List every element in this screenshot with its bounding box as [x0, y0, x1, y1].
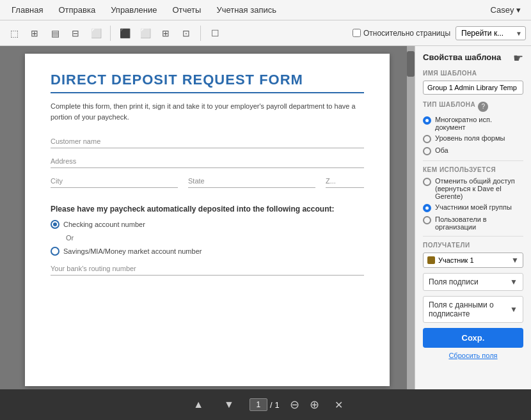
close-button[interactable]: ✕	[335, 399, 343, 411]
used-by-radio-1	[423, 204, 431, 212]
reset-link[interactable]: Сбросить поля	[423, 352, 523, 359]
user-menu[interactable]: Casey ▾	[491, 5, 526, 15]
signature-fields-section: Поля подписи ▼	[423, 273, 523, 291]
radio-savings[interactable]: Savings/MIA/Money market account number	[51, 247, 364, 256]
recipient-dropdown[interactable]: Участник 1 ▼	[423, 253, 523, 268]
template-type-radio-1	[423, 135, 431, 143]
radio-checking[interactable]: Checking account number	[51, 220, 364, 229]
panel-footer: Сохр. Сбросить поля	[423, 328, 523, 359]
doc-title: DIRECT DEPOSIT REQUEST FORM	[51, 72, 364, 88]
template-type-opt-1[interactable]: Уровень поля формы	[423, 134, 523, 143]
template-name-label: ИМЯ ШАБЛОНА	[423, 70, 523, 77]
menu-bar: Главная Отправка Управление Отчеты Учетн…	[0, 0, 531, 20]
recipient-name: Участник 1	[438, 256, 511, 264]
signer-fields-label: Поля с данными о подписанте	[429, 300, 510, 318]
page-input[interactable]	[250, 398, 267, 411]
doc-description: Complete this form, then print it, sign …	[51, 101, 364, 122]
menu-manage[interactable]: Управление	[104, 3, 163, 17]
page-separator: /	[270, 400, 273, 410]
doc-scrollbar[interactable]	[407, 46, 415, 389]
signature-fields-label: Поля подписи	[429, 277, 479, 286]
tool-icon-7[interactable]: ⬜	[136, 24, 154, 42]
page-indicator: / 1	[250, 398, 280, 411]
state-field[interactable]: State	[188, 175, 315, 188]
used-by-opt-2[interactable]: Пользователи в организации	[423, 215, 523, 231]
template-type-group: Многократно исп. документ Уровень поля ф…	[423, 116, 523, 155]
template-type-opt-2-label: Оба	[435, 146, 448, 154]
recipient-chevron-icon: ▼	[511, 256, 519, 265]
tool-icon-5[interactable]: ⬜	[87, 24, 105, 42]
panel-divider-2	[423, 236, 523, 237]
used-by-label: КЕМ ИСПОЛЬЗУЕТСЯ	[423, 166, 523, 173]
panel-divider-1	[423, 160, 523, 161]
doc-or: Or	[66, 234, 364, 242]
used-by-opt-0-label: Отменить общий доступ (вернуться к Dave …	[435, 177, 523, 200]
toolbar-sep-2	[200, 26, 201, 41]
document-page: DIRECT DEPOSIT REQUEST FORM Complete thi…	[25, 54, 390, 386]
template-type-label: ТИП ШАБЛОНА	[423, 101, 475, 108]
template-name-input[interactable]	[423, 81, 523, 95]
menu-items: Главная Отправка Управление Отчеты Учетн…	[5, 3, 283, 17]
radio-checking-circle	[51, 220, 59, 229]
template-type-radio-2	[423, 147, 431, 155]
recipient-color-swatch	[427, 256, 435, 264]
tool-icon-10[interactable]: ☐	[206, 24, 224, 42]
page-total: 1	[275, 400, 280, 410]
cursor-icon: ☛	[513, 51, 523, 65]
tool-icon-6[interactable]: ⬛	[116, 24, 134, 42]
zoom-in-button[interactable]: ⊕	[310, 398, 319, 412]
relative-label: Относительно страницы	[363, 29, 450, 38]
address-field[interactable]: Address	[51, 155, 364, 168]
template-type-help-icon[interactable]: ?	[478, 102, 488, 112]
navigate-select[interactable]: Перейти к...	[456, 26, 526, 40]
menu-home[interactable]: Главная	[5, 3, 49, 17]
toolbar-sep-1	[110, 26, 111, 41]
toolbar-right: Относительно страницы Перейти к... ▼	[353, 26, 526, 40]
used-by-radio-2	[423, 216, 431, 224]
save-button[interactable]: Сохр.	[423, 328, 523, 348]
city-state-row: City State Z...	[51, 175, 364, 194]
template-type-opt-1-label: Уровень поля формы	[435, 134, 505, 142]
menu-send[interactable]: Отправка	[52, 3, 102, 17]
toolbar: ⬚ ⊞ ▤ ⊟ ⬜ ⬛ ⬜ ⊞ ⊡ ☐ Относительно страниц…	[0, 20, 531, 46]
tool-icon-2[interactable]: ⊞	[26, 24, 44, 42]
recipients-label: ПОЛУЧАТЕЛИ	[423, 242, 523, 249]
signer-fields-header[interactable]: Поля с данными о подписанте ▼	[424, 297, 523, 322]
tool-icon-8[interactable]: ⊞	[157, 24, 175, 42]
template-type-opt-2[interactable]: Оба	[423, 146, 523, 155]
used-by-radio-0	[423, 178, 431, 186]
signer-fields-section: Поля с данными о подписанте ▼	[423, 296, 523, 323]
radio-savings-circle	[51, 247, 59, 256]
city-field[interactable]: City	[51, 175, 178, 188]
bottom-bar: ▲ ▼ / 1 ⊖ ⊕ ✕	[0, 389, 531, 420]
template-type-opt-0-label: Многократно исп. документ	[435, 116, 523, 131]
doc-divider	[51, 92, 364, 93]
template-type-header: ТИП ШАБЛОНА ?	[423, 101, 523, 112]
prev-page-button[interactable]: ▲	[188, 396, 209, 413]
tool-icon-9[interactable]: ⊡	[177, 24, 195, 42]
zip-field[interactable]: Z...	[326, 175, 364, 188]
routing-number-field[interactable]: Your bank's routing number	[51, 262, 364, 276]
tool-icon-4[interactable]: ⊟	[67, 24, 84, 42]
radio-checking-label: Checking account number	[63, 221, 145, 228]
radio-savings-label: Savings/MIA/Money market account number	[63, 247, 202, 255]
used-by-opt-2-label: Пользователи в организации	[435, 215, 523, 231]
relative-checkbox-label[interactable]: Относительно страницы	[353, 29, 450, 38]
menu-account[interactable]: Учетная запись	[210, 3, 283, 17]
main-area: DIRECT DEPOSIT REQUEST FORM Complete thi…	[0, 46, 531, 389]
used-by-opt-1[interactable]: Участники моей группы	[423, 203, 523, 212]
navigate-wrapper: Перейти к... ▼	[456, 26, 526, 40]
customer-name-field[interactable]: Customer name	[51, 135, 364, 148]
signer-fields-chevron-icon: ▼	[510, 305, 518, 314]
right-panel: Свойства шаблона ☛ ИМЯ ШАБЛОНА ТИП ШАБЛО…	[415, 46, 531, 389]
used-by-opt-0[interactable]: Отменить общий доступ (вернуться к Dave …	[423, 177, 523, 200]
template-type-radio-0	[423, 116, 431, 125]
tool-icon-1[interactable]: ⬚	[5, 24, 23, 42]
tool-icon-3[interactable]: ▤	[46, 24, 64, 42]
menu-reports[interactable]: Отчеты	[166, 3, 207, 17]
signature-fields-header[interactable]: Поля подписи ▼	[424, 274, 523, 290]
template-type-opt-0[interactable]: Многократно исп. документ	[423, 116, 523, 131]
relative-checkbox[interactable]	[353, 29, 361, 37]
zoom-out-button[interactable]: ⊖	[290, 398, 299, 412]
next-page-button[interactable]: ▼	[219, 396, 239, 413]
